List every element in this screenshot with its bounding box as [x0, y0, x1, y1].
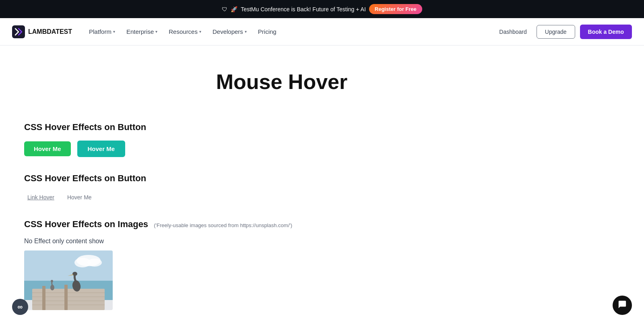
section3-title: CSS Hover Effects on Images ('Freely-usa…: [24, 219, 539, 230]
nav-links: Platform ▾ Enterprise ▾ Resources ▾ Deve…: [84, 25, 494, 38]
button-row-2: Link Hover Hover Me: [24, 192, 539, 203]
help-icon: ∞: [18, 303, 23, 311]
nav-enterprise-label: Enterprise: [126, 28, 154, 35]
page-title: Mouse Hover: [24, 62, 539, 102]
chat-fab-button[interactable]: [613, 296, 632, 315]
banner-icon1: 🛡: [222, 6, 227, 12]
hover-me-green-button[interactable]: Hover Me: [24, 141, 71, 156]
book-demo-button[interactable]: Book a Demo: [580, 25, 632, 39]
chevron-down-icon: ▾: [155, 29, 157, 34]
dashboard-link[interactable]: Dashboard: [494, 25, 532, 38]
svg-rect-11: [42, 286, 45, 310]
section3-subtitle: ('Freely-usable images sourced from http…: [154, 222, 292, 228]
chevron-down-icon: ▾: [199, 29, 201, 34]
help-fab-button[interactable]: ∞: [12, 299, 28, 315]
section3-title-text: CSS Hover Effects on Images: [24, 219, 148, 229]
svg-point-4: [87, 259, 102, 267]
banner-icon2: 🚀: [231, 6, 237, 12]
image-subsection-no-effect: No Effect only content show: [24, 238, 539, 310]
no-effect-label: No Effect only content show: [24, 238, 539, 245]
svg-rect-12: [64, 285, 68, 310]
logo[interactable]: LAMBDATEST: [12, 25, 72, 38]
banner-text: TestMu Conference is Back! Future of Tes…: [241, 6, 366, 12]
nav-item-resources[interactable]: Resources ▾: [164, 25, 206, 38]
section2-title: CSS Hover Effects on Button: [24, 173, 539, 184]
hover-me-plain-link[interactable]: Hover Me: [64, 192, 95, 203]
section-hover-buttons-2: CSS Hover Effects on Button Link Hover H…: [24, 173, 539, 203]
hover-me-teal-button[interactable]: Hover Me: [77, 141, 126, 157]
chat-icon: [618, 300, 627, 311]
svg-rect-1: [24, 250, 113, 283]
nav-platform-label: Platform: [89, 28, 111, 35]
upgrade-button[interactable]: Upgrade: [537, 25, 575, 39]
chevron-down-icon: ▾: [245, 29, 247, 34]
svg-point-14: [72, 272, 77, 276]
pelican-image: [24, 250, 113, 310]
link-hover-link[interactable]: Link Hover: [24, 192, 58, 203]
nav-item-developers[interactable]: Developers ▾: [208, 25, 252, 38]
nav-item-platform[interactable]: Platform ▾: [84, 25, 120, 38]
nav-item-enterprise[interactable]: Enterprise ▾: [122, 25, 162, 38]
nav-item-pricing[interactable]: Pricing: [253, 25, 281, 38]
section1-title: CSS Hover Effects on Button: [24, 122, 539, 132]
chevron-down-icon: ▾: [113, 29, 115, 34]
section-hover-buttons-1: CSS Hover Effects on Button Hover Me Hov…: [24, 122, 539, 157]
navbar: LAMBDATEST Platform ▾ Enterprise ▾ Resou…: [0, 18, 644, 46]
banner-cta[interactable]: Register for Free: [369, 4, 422, 14]
svg-point-16: [51, 280, 53, 282]
logo-text: LAMBDATEST: [28, 28, 72, 35]
nav-resources-label: Resources: [169, 28, 198, 35]
button-row-1: Hover Me Hover Me: [24, 141, 539, 157]
main-content: Mouse Hover CSS Hover Effects on Button …: [0, 46, 564, 327]
top-banner: 🛡 🚀 TestMu Conference is Back! Future of…: [0, 0, 644, 18]
nav-developers-label: Developers: [213, 28, 243, 35]
nav-right: Dashboard Upgrade Book a Demo: [494, 25, 632, 39]
nav-pricing-label: Pricing: [258, 28, 277, 35]
pelican-svg: [24, 250, 113, 310]
section-hover-images: CSS Hover Effects on Images ('Freely-usa…: [24, 219, 539, 310]
logo-icon: [12, 25, 25, 38]
